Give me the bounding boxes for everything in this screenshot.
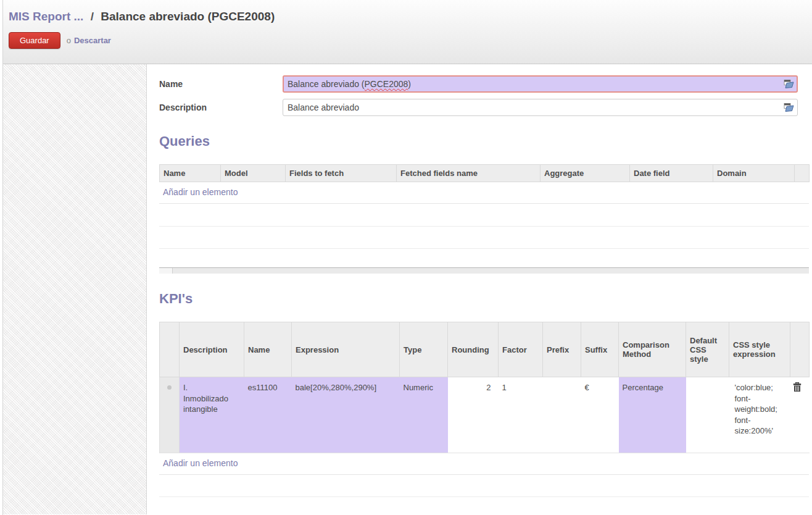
kpi-cell-description[interactable]: I. Inmobilizado intangible [180,377,244,453]
breadcrumb-separator: / [87,10,97,23]
kpis-col-default-css-style: Default CSS style [686,322,729,377]
name-value-head: Balance abreviado ( [288,79,365,89]
breadcrumb: MIS Report ... / Balance abreviado (PGCE… [9,0,812,23]
kpi-cell-name[interactable]: es11100 [244,377,292,453]
trash-icon [793,382,802,392]
form-sheet: Name Balance abreviado (PGCE2008) Descri… [147,64,812,514]
name-value-tail: ) [408,79,411,89]
name-input[interactable]: Balance abreviado (PGCE2008) [283,75,798,93]
top-bar: MIS Report ... / Balance abreviado (PGCE… [0,0,812,64]
action-row: Guardar o Descartar [9,32,812,49]
kpis-col-factor: Factor [499,322,543,377]
kpi-cell-rounding[interactable]: 2 [448,377,499,453]
translate-icon[interactable] [784,103,794,112]
name-field-row: Name Balance abreviado (PGCE2008) [159,75,812,93]
kpis-col-type: Type [400,322,448,377]
kpis-section-title: KPI's [159,291,812,307]
row-drag-handle[interactable] [160,377,180,453]
kpis-table: Description Name Expression Type Roundin… [159,322,810,453]
description-label: Description [159,103,283,112]
queries-col-model: Model [221,165,286,182]
kpis-col-description: Description [180,322,244,377]
queries-spacer [159,249,809,267]
left-panel [0,64,147,514]
queries-header-row: Name Model Fields to fetch Fetched field… [160,165,810,182]
window-left-edge [0,0,3,515]
description-field-row: Description [159,99,812,116]
kpis-col-handle [160,322,180,377]
kpis-col-prefix: Prefix [543,322,581,377]
description-input-wrap [283,99,798,116]
kpis-col-comparison-method: Comparison Method [619,322,686,377]
queries-add-element-link[interactable]: Añadir un elemento [159,182,809,204]
kpi-cell-factor[interactable]: 1 [499,377,543,453]
page-title: Balance abreviado (PGCE2008) [101,10,275,23]
kpis-add-element-link[interactable]: Añadir un elemento [159,453,809,475]
kpi-cell-comparison-method[interactable]: Percentage [619,377,686,453]
queries-empty-row [159,227,809,249]
queries-col-end [795,165,810,182]
kpis-empty-row [159,475,809,497]
name-input-wrap: Balance abreviado (PGCE2008) [283,75,798,93]
kpis-col-delete [790,322,810,377]
save-button[interactable]: Guardar [9,32,60,49]
kpi-cell-delete [790,377,810,453]
kpi-cell-type[interactable]: Numeric [400,377,448,453]
queries-col-fetched-fields-name: Fetched fields name [397,165,541,182]
kpi-cell-expression[interactable]: bale[20%,280%,290%] [292,377,400,453]
kpi-cell-default-css-style[interactable] [686,377,729,453]
queries-col-date-field: Date field [630,165,713,182]
kpis-col-rounding: Rounding [448,322,499,377]
kpi-cell-suffix[interactable]: € [581,377,619,453]
delete-row-button[interactable] [793,382,802,392]
queries-horizontal-scrollbar[interactable] [159,267,809,274]
kpi-cell-css-style-expression[interactable]: 'color:blue; font-weight:bold; font-size… [729,377,790,453]
main-content: Name Balance abreviado (PGCE2008) Descri… [0,64,812,514]
kpis-spacer [159,497,809,514]
kpis-col-expression: Expression [292,322,400,377]
kpis-header-row: Description Name Expression Type Roundin… [160,322,810,377]
discard-link[interactable]: Descartar [74,36,111,45]
queries-col-name: Name [160,165,221,182]
translate-icon[interactable] [784,80,794,89]
scrollbar-thumb[interactable] [159,268,173,274]
queries-empty-row [159,204,809,227]
drag-dot-icon [167,385,172,390]
name-value-misspelled: PGCE2008 [365,79,408,89]
queries-col-aggregate: Aggregate [541,165,630,182]
kpis-col-suffix: Suffix [581,322,619,377]
name-label: Name [159,79,283,89]
kpis-col-name: Name [244,322,292,377]
breadcrumb-parent-link[interactable]: MIS Report ... [9,10,83,23]
queries-table: Name Model Fields to fetch Fetched field… [159,164,810,182]
queries-col-domain: Domain [713,165,795,182]
kpis-col-css-style-expression: CSS style expression [729,322,790,377]
kpi-cell-prefix[interactable] [543,377,581,453]
description-input[interactable] [283,99,798,116]
or-label: o [67,36,71,45]
queries-section-title: Queries [159,133,812,149]
queries-col-fields-to-fetch: Fields to fetch [286,165,397,182]
kpi-table-row: I. Inmobilizado intangible es11100 bale[… [160,377,810,453]
